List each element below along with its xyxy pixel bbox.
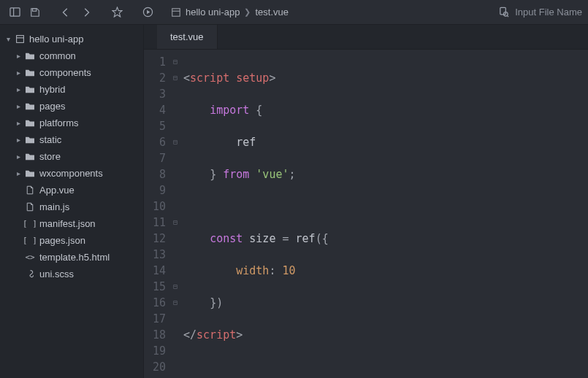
json-file-icon: [ ] <box>23 219 37 228</box>
tab-bar: test.vue <box>144 25 588 50</box>
chevron-right-icon: ▸ <box>13 169 23 177</box>
breadcrumb: hello uni-app ❯ test.vue <box>171 7 289 18</box>
nav-forward-icon[interactable] <box>77 4 95 21</box>
tree-folder[interactable]: ▸static <box>0 131 143 148</box>
tree-file[interactable]: [ ]pages.json <box>0 232 143 249</box>
tab-test-vue[interactable]: test.vue <box>157 25 218 49</box>
breadcrumb-file[interactable]: test.vue <box>255 7 289 18</box>
tree-folder[interactable]: ▸wxcomponents <box>0 165 143 182</box>
chevron-right-icon: ❯ <box>244 7 251 17</box>
star-icon[interactable] <box>108 4 126 21</box>
tree-root-label: hello uni-app <box>29 34 83 45</box>
folder-icon <box>23 52 37 61</box>
run-icon[interactable] <box>139 4 156 21</box>
svg-marker-5 <box>147 10 150 15</box>
nav-back-icon[interactable] <box>57 4 75 21</box>
folder-icon <box>23 102 37 111</box>
code-editor[interactable]: 1234567891011121314151617181920 ⊟⊟⊟⊟⊟⊟ <… <box>144 50 588 378</box>
chevron-right-icon: ▸ <box>13 52 23 60</box>
js-file-icon <box>23 202 37 212</box>
vue-file-icon <box>23 185 37 195</box>
tree-file[interactable]: uni.scss <box>0 266 143 282</box>
tree-folder[interactable]: ▸platforms <box>0 115 143 131</box>
folder-icon <box>23 119 37 128</box>
tree-folder[interactable]: ▸common <box>0 47 143 64</box>
tree-folder[interactable]: ▸components <box>0 64 143 81</box>
folder-icon <box>23 153 37 161</box>
chevron-right-icon: ▸ <box>13 69 23 77</box>
fold-gutter[interactable]: ⊟⊟⊟⊟⊟⊟ <box>173 50 183 378</box>
tree-file[interactable]: App.vue <box>0 182 143 198</box>
folder-icon <box>23 136 37 144</box>
svg-marker-3 <box>112 7 121 17</box>
tree-file[interactable]: <>template.h5.html <box>0 249 143 266</box>
chevron-right-icon: ▸ <box>13 85 23 93</box>
toolbar-search[interactable]: Input File Name <box>498 7 582 18</box>
editor-area: test.vue 1234567891011121314151617181920… <box>144 25 588 378</box>
search-file-icon <box>498 7 509 18</box>
svg-rect-2 <box>33 8 37 11</box>
svg-rect-8 <box>500 7 506 14</box>
svg-rect-0 <box>9 8 19 16</box>
svg-rect-6 <box>172 8 180 16</box>
svg-line-10 <box>508 15 509 17</box>
folder-icon <box>23 85 37 94</box>
chevron-down-icon: ▾ <box>3 35 13 43</box>
tree-file[interactable]: [ ]manifest.json <box>0 215 143 232</box>
layout-icon[interactable] <box>6 4 23 21</box>
chevron-right-icon: ▸ <box>13 153 23 161</box>
project-icon <box>13 34 26 44</box>
line-gutter: 1234567891011121314151617181920 <box>144 50 173 378</box>
json-file-icon: [ ] <box>23 236 37 245</box>
svg-rect-11 <box>16 36 23 43</box>
project-icon <box>171 7 181 18</box>
tree-folder[interactable]: ▸store <box>0 148 143 165</box>
search-placeholder: Input File Name <box>515 7 582 18</box>
tree-folder[interactable]: ▸hybrid <box>0 81 143 98</box>
breadcrumb-project[interactable]: hello uni-app <box>186 7 240 18</box>
chevron-right-icon: ▸ <box>13 119 23 127</box>
html-file-icon: <> <box>23 252 37 262</box>
toolbar: hello uni-app ❯ test.vue Input File Name <box>0 0 588 25</box>
chevron-right-icon: ▸ <box>13 136 23 144</box>
tree-root[interactable]: ▾ hello uni-app <box>0 31 143 47</box>
scss-file-icon <box>23 269 37 279</box>
file-explorer: ▾ hello uni-app ▸common ▸components ▸hyb… <box>0 25 144 378</box>
tree-file[interactable]: main.js <box>0 198 143 215</box>
chevron-right-icon: ▸ <box>13 102 23 110</box>
folder-icon <box>23 169 37 178</box>
tree-folder[interactable]: ▸pages <box>0 98 143 115</box>
code-content[interactable]: <script setup> import { ref } from 'vue'… <box>183 50 588 378</box>
folder-icon <box>23 69 37 77</box>
save-icon[interactable] <box>26 4 44 21</box>
